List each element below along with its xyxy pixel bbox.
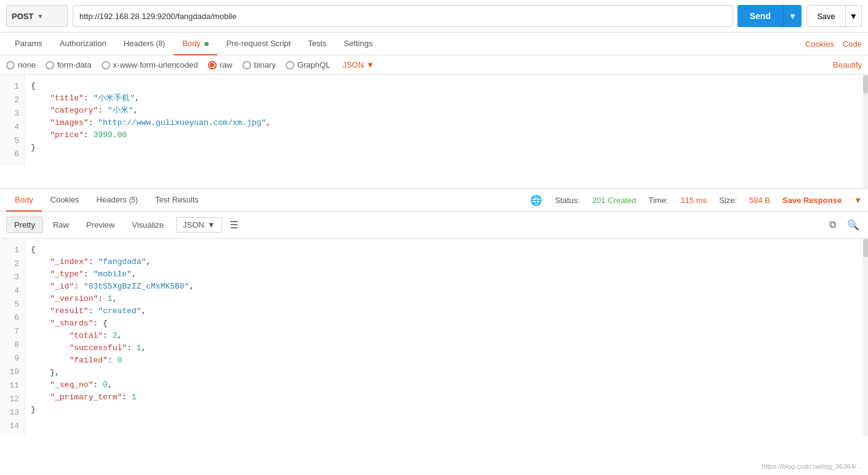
tab-settings[interactable]: Settings xyxy=(336,33,382,55)
request-scrollbar[interactable] xyxy=(863,75,868,188)
save-response-button[interactable]: Save Response xyxy=(782,196,842,205)
body-options: none form-data x-www-form-urlencoded raw… xyxy=(0,55,868,75)
resp-code-line-13: "_primary_term": 1 xyxy=(31,391,862,404)
copy-icon[interactable]: ⧉ xyxy=(827,218,838,232)
resp-tab-test-results[interactable]: Test Results xyxy=(147,189,207,212)
resp-code-line-1: { xyxy=(31,244,862,256)
fmt-tab-raw[interactable]: Raw xyxy=(46,217,76,233)
resp-line-num-3: 3 xyxy=(0,271,24,284)
resp-code-line-2: "_index": "fangdada", xyxy=(31,256,862,268)
tab-pre-request[interactable]: Pre-request Script xyxy=(217,33,299,55)
resp-line-num-5: 5 xyxy=(0,298,24,311)
radio-binary[interactable]: binary xyxy=(243,60,276,70)
fmt-tab-pretty[interactable]: Pretty xyxy=(6,217,43,233)
code-link[interactable]: Code xyxy=(843,39,862,49)
save-response-dropdown-icon[interactable]: ▼ xyxy=(854,196,862,205)
radio-raw[interactable]: raw xyxy=(208,60,233,70)
req-code-line-3: "category": "小米", xyxy=(31,105,862,117)
resp-line-num-13: 13 xyxy=(0,406,24,420)
top-bar: POST ▼ Send ▼ Save ▼ xyxy=(0,0,868,33)
tab-tests[interactable]: Tests xyxy=(299,33,335,55)
fmt-tab-visualize[interactable]: Visualize xyxy=(124,217,171,233)
fmt-tab-preview[interactable]: Preview xyxy=(79,217,122,233)
time-value: 115 ms xyxy=(680,196,707,205)
save-button[interactable]: Save xyxy=(806,5,846,27)
send-button[interactable]: Send xyxy=(737,5,783,27)
radio-graphql[interactable]: GraphQL xyxy=(286,60,330,70)
request-scrollbar-thumb[interactable] xyxy=(863,75,868,94)
radio-form-data[interactable]: form-data xyxy=(46,60,92,70)
request-code-content: { "title": "小米手机", "category": "小米", "im… xyxy=(25,75,868,166)
resp-line-num-6: 6 xyxy=(0,311,24,325)
req-code-line-4: "images": "http://www.gulixueyuan.com/xm… xyxy=(31,117,862,129)
req-line-num-3: 3 xyxy=(0,107,24,121)
beautify-button[interactable]: Beautify xyxy=(833,60,862,70)
response-body-editor[interactable]: 1 2 3 4 5 6 7 8 9 10 11 12 13 14 { "_ind… xyxy=(0,239,868,436)
req-code-line-6: } xyxy=(31,142,862,154)
radio-urlencoded[interactable]: x-www-form-urlencoded xyxy=(102,60,198,70)
request-tabs: Params Authorization Headers (8) Body Pr… xyxy=(0,33,868,55)
json-type-selector[interactable]: JSON ▼ xyxy=(342,60,374,70)
resp-line-num-14: 14 xyxy=(0,420,24,433)
tab-authorization[interactable]: Authorization xyxy=(51,33,115,55)
response-code-content: { "_index": "fangdada", "_type": "mobile… xyxy=(25,239,868,436)
req-line-num-2: 2 xyxy=(0,94,24,107)
radio-none-circle xyxy=(6,61,15,70)
response-stats: 🌐 Status: 201 Created Time: 115 ms Size:… xyxy=(530,194,862,206)
req-code-line-2: "title": "小米手机", xyxy=(31,92,862,105)
response-scrollbar[interactable] xyxy=(863,239,868,436)
radio-raw-circle xyxy=(208,61,217,70)
req-tabs-right: Cookies Code xyxy=(805,39,862,49)
method-selector[interactable]: POST ▼ xyxy=(6,5,68,27)
req-code-line-5: "price": 3999.00 xyxy=(31,129,862,142)
tab-params[interactable]: Params xyxy=(6,33,51,55)
time-label: Time: xyxy=(648,196,668,205)
resp-code-line-5: "_version": 1, xyxy=(31,293,862,305)
req-code-line-1: { xyxy=(31,80,862,92)
resp-line-num-4: 4 xyxy=(0,284,24,298)
tab-body[interactable]: Body xyxy=(174,33,217,55)
req-line-num-6: 6 xyxy=(0,148,24,161)
resp-code-line-9: "successful": 1, xyxy=(31,342,862,354)
resp-tab-body[interactable]: Body xyxy=(6,189,42,212)
status-value: 201 Created xyxy=(592,196,637,205)
resp-line-num-1: 1 xyxy=(0,244,24,257)
size-value: 584 B xyxy=(749,196,770,205)
resp-line-num-7: 7 xyxy=(0,325,24,338)
wrap-icon[interactable]: ☰ xyxy=(230,219,238,231)
resp-line-num-9: 9 xyxy=(0,352,24,365)
radio-none[interactable]: none xyxy=(6,60,36,70)
globe-icon: 🌐 xyxy=(530,194,542,206)
req-line-num-1: 1 xyxy=(0,80,24,94)
resp-line-num-10: 10 xyxy=(0,365,24,379)
response-tabs: Body Cookies Headers (5) Test Results 🌐 … xyxy=(0,189,868,212)
headers-badge: (8) xyxy=(156,39,165,48)
url-input[interactable] xyxy=(73,5,733,27)
json-chevron-icon: ▼ xyxy=(366,60,374,70)
resp-code-line-14: } xyxy=(31,404,862,416)
resp-headers-badge: (5) xyxy=(129,196,138,204)
send-dropdown-button[interactable]: ▼ xyxy=(783,5,802,27)
request-line-numbers: 1 2 3 4 5 6 xyxy=(0,75,25,166)
resp-format-actions: ⧉ 🔍 xyxy=(827,218,862,232)
resp-line-num-8: 8 xyxy=(0,338,24,352)
resp-code-line-12: "_seq_no": 0, xyxy=(31,379,862,391)
cookies-link[interactable]: Cookies xyxy=(805,39,834,49)
body-dot xyxy=(204,42,209,46)
resp-code-line-8: "total": 2, xyxy=(31,330,862,342)
request-body-editor[interactable]: 1 2 3 4 5 6 { "title": "小米手机", "category… xyxy=(0,75,868,189)
tab-headers[interactable]: Headers (8) xyxy=(115,33,174,55)
radio-urlencoded-circle xyxy=(102,61,110,70)
resp-code-line-4: "_id": "03tS5XgBzIZ_cMxMK5B0", xyxy=(31,281,862,293)
resp-code-line-7: "_shards": { xyxy=(31,317,862,330)
req-line-num-5: 5 xyxy=(0,134,24,148)
response-scrollbar-thumb[interactable] xyxy=(863,239,868,257)
resp-tab-cookies[interactable]: Cookies xyxy=(42,189,88,212)
response-line-numbers: 1 2 3 4 5 6 7 8 9 10 11 12 13 14 xyxy=(0,239,25,436)
radio-form-data-circle xyxy=(46,61,54,70)
status-label: Status: xyxy=(555,196,579,205)
resp-json-selector[interactable]: JSON ▼ xyxy=(176,217,222,233)
search-icon[interactable]: 🔍 xyxy=(845,218,862,232)
resp-tab-headers[interactable]: Headers (5) xyxy=(88,189,147,212)
save-dropdown-button[interactable]: ▼ xyxy=(846,5,862,27)
